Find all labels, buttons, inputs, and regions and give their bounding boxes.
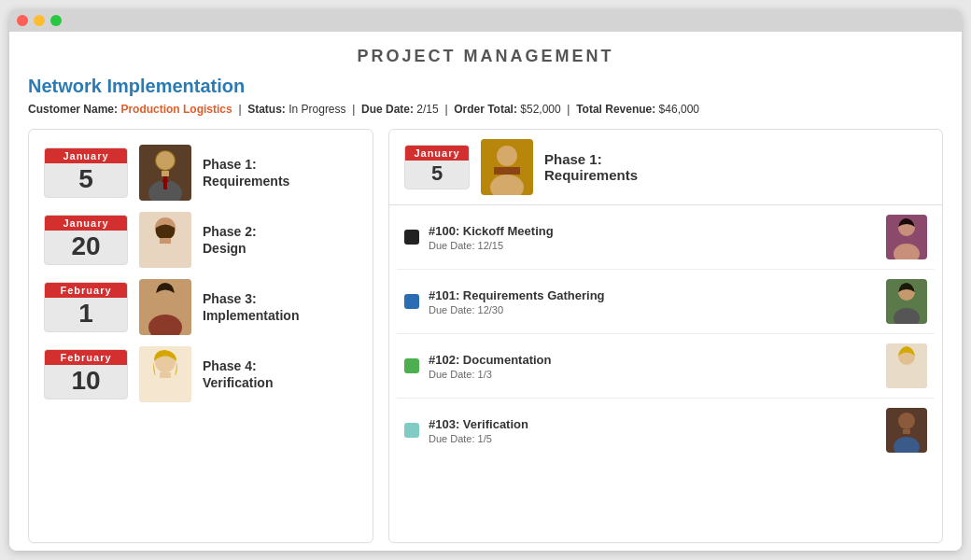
task-due-date: Due Date: 1/5 — [429, 433, 877, 444]
titlebar — [9, 9, 962, 32]
task-name: #101: Requirements Gathering — [429, 288, 877, 302]
status-label: Status: — [247, 103, 286, 116]
task-avatar — [886, 215, 927, 259]
phase-month: January — [45, 148, 127, 163]
task-name: #102: Documentation — [429, 353, 877, 367]
customer-label: Customer Name: — [28, 103, 118, 116]
task-info: #102: Documentation Due Date: 1/3 — [429, 353, 877, 380]
task-info: #101: Requirements Gathering Due Date: 1… — [429, 288, 877, 315]
phase-label: Phase 3:Implementation — [203, 290, 299, 324]
app-window: PROJECT MANAGEMENT Network Implementatio… — [9, 9, 962, 551]
task-item[interactable]: #102: Documentation Due Date: 1/3 — [397, 334, 935, 399]
selected-phase-label: Phase 1: Requirements — [544, 151, 638, 183]
task-item[interactable]: #103: Verification Due Date: 1/5 — [397, 399, 935, 462]
task-avatar — [886, 279, 927, 324]
selected-phase-header: January 5 Phase 1: — [389, 130, 942, 205]
project-meta: Customer Name: Production Logistics | St… — [28, 103, 943, 116]
phase-month: February — [45, 350, 127, 365]
phase-month: January — [45, 216, 127, 231]
phase-avatar — [139, 145, 191, 201]
phase-label: Phase 4:Verification — [203, 357, 273, 391]
selected-phase-month: January — [405, 146, 469, 161]
phase-row[interactable]: February 1 Phase 3:Implementation — [44, 279, 358, 335]
task-color-indicator — [404, 423, 419, 438]
total-revenue-label: Total Revenue: — [576, 103, 655, 116]
task-color-indicator — [404, 230, 419, 245]
phase-day: 10 — [45, 365, 127, 399]
task-info: #103: Verification Due Date: 1/5 — [429, 417, 877, 444]
task-due-date: Due Date: 12/30 — [429, 304, 877, 315]
main-layout: January 5 Phase 1:Requirements January 2… — [28, 129, 943, 543]
svg-rect-35 — [903, 429, 910, 434]
task-avatar — [886, 408, 927, 453]
svg-point-20 — [497, 146, 517, 166]
selected-phase-date: January 5 — [404, 145, 470, 189]
phase-date-badge: January 5 — [44, 147, 128, 199]
due-date-label: Due Date: — [361, 103, 414, 116]
task-avatar — [886, 343, 927, 388]
customer-value[interactable]: Production Logistics — [120, 103, 232, 116]
phases-panel: January 5 Phase 1:Requirements January 2… — [28, 129, 373, 543]
phase-day: 5 — [45, 163, 127, 198]
task-item[interactable]: #100: Kickoff Meeting Due Date: 12/15 — [397, 205, 935, 270]
task-name: #100: Kickoff Meeting — [429, 224, 877, 238]
svg-rect-4 — [162, 171, 169, 176]
task-color-indicator — [404, 294, 419, 309]
phase-row[interactable]: January 5 Phase 1:Requirements — [44, 145, 358, 201]
phase-month: February — [45, 283, 127, 298]
phase-avatar — [139, 346, 191, 402]
phase-day: 1 — [45, 298, 127, 332]
phase-row[interactable]: February 10 Phase 4:Verification — [44, 346, 358, 402]
total-revenue-value: $46,000 — [659, 103, 699, 116]
svg-rect-10 — [160, 238, 171, 244]
task-name: #103: Verification — [429, 417, 877, 431]
svg-point-3 — [156, 151, 175, 170]
svg-rect-6 — [163, 176, 167, 189]
task-due-date: Due Date: 1/3 — [429, 369, 877, 380]
selected-phase-title: Phase 1: Requirements — [544, 151, 638, 183]
main-content: PROJECT MANAGEMENT Network Implementatio… — [9, 32, 962, 551]
phase-date-badge: February 1 — [44, 282, 128, 333]
order-total-value: $52,000 — [520, 103, 560, 116]
svg-rect-18 — [160, 372, 171, 378]
project-title: Network Implementation — [28, 76, 943, 97]
selected-phase-day: 5 — [405, 161, 469, 189]
phase-row[interactable]: January 20 Phase 2:Design — [44, 212, 358, 268]
task-due-date: Due Date: 12/15 — [429, 240, 877, 251]
phase-avatar — [139, 279, 191, 335]
phase-label: Phase 1:Requirements — [203, 156, 289, 189]
order-total-label: Order Total: — [454, 103, 517, 116]
svg-rect-22 — [494, 167, 520, 175]
page-title: PROJECT MANAGEMENT — [28, 47, 943, 66]
task-list: #100: Kickoff Meeting Due Date: 12/15 #1… — [389, 205, 942, 542]
phase-date-badge: January 20 — [44, 215, 128, 266]
tasks-panel: January 5 Phase 1: — [388, 129, 943, 543]
selected-phase-avatar — [481, 139, 533, 195]
minimize-button[interactable] — [34, 15, 45, 26]
task-color-indicator — [404, 358, 419, 373]
phase-day: 20 — [45, 231, 127, 265]
status-value: In Progress — [288, 103, 345, 116]
phase-date-badge: February 10 — [44, 349, 128, 400]
maximize-button[interactable] — [50, 15, 62, 26]
phase-label: Phase 2:Design — [203, 223, 257, 257]
due-date-value: 2/15 — [416, 103, 438, 116]
svg-point-33 — [898, 413, 915, 429]
task-item[interactable]: #101: Requirements Gathering Due Date: 1… — [397, 270, 935, 334]
close-button[interactable] — [17, 15, 28, 26]
phase-avatar — [139, 212, 191, 268]
task-info: #100: Kickoff Meeting Due Date: 12/15 — [429, 224, 877, 251]
svg-rect-14 — [160, 304, 171, 310]
